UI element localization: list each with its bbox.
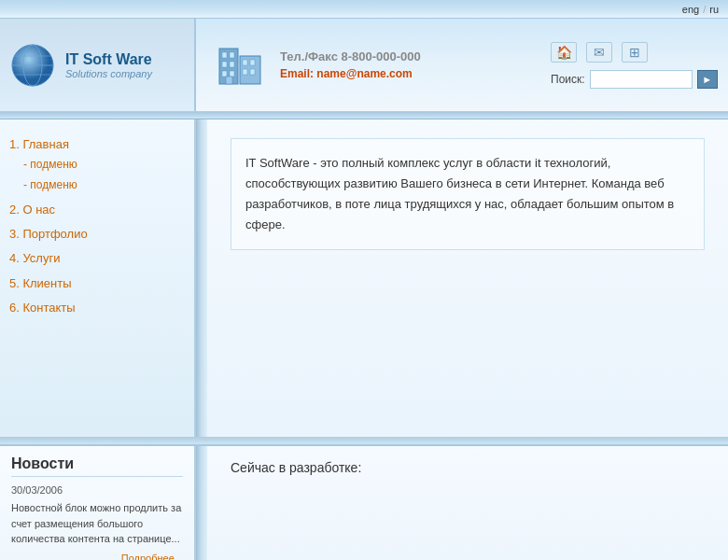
nav-menu: 1. Главная - подменю - подменю 2. О нас … [9, 133, 185, 319]
top-bar: eng / ru [0, 0, 728, 19]
nav-link-clients[interactable]: 5. Клиенты [9, 276, 72, 290]
header-icon-row: 🏠 ✉ ⊞ [551, 42, 648, 63]
email-label-text: Email: [280, 67, 314, 80]
svg-rect-17 [226, 77, 232, 84]
nav-sub-link-1[interactable]: - подменю [23, 158, 77, 171]
nav-item-portfolio: 3. Портфолио [9, 223, 185, 245]
nav-item-clients: 5. Клиенты [9, 273, 185, 294]
svg-rect-15 [243, 69, 247, 75]
lang-separator: / [703, 4, 706, 15]
bottom-area: Новости 30/03/2006 Новостной блок можно … [0, 444, 728, 560]
vertical-stripe [196, 119, 207, 437]
email-value: name@name.com [316, 67, 412, 80]
news-more-link[interactable]: Подробнее... [121, 553, 183, 561]
svg-rect-13 [243, 60, 247, 65]
nav-sub-item-1: - подменю [23, 155, 185, 175]
nav-sub-item-2: - подменю [23, 175, 185, 196]
home-icon-button[interactable]: 🏠 [551, 42, 577, 63]
search-button[interactable]: ► [697, 70, 718, 89]
nav-submenu-home: - подменю - подменю [9, 155, 185, 195]
svg-rect-9 [222, 62, 227, 67]
sidebar: 1. Главная - подменю - подменю 2. О нас … [0, 119, 196, 437]
news-date: 30/03/2006 [11, 484, 183, 496]
news-text: Новостной блок можно продлить за счет ра… [11, 500, 183, 547]
main-content-text: IT SoftWare - это полный комплекс услуг … [231, 138, 705, 250]
logo-title: IT Soft Ware [65, 50, 152, 68]
nav-link-services[interactable]: 4. Услуги [9, 251, 60, 265]
nav-link-about[interactable]: 2. О нас [9, 203, 55, 217]
header-stripe [0, 112, 728, 119]
search-input[interactable] [590, 70, 693, 89]
nav-link-contacts[interactable]: 6. Контакты [9, 301, 76, 315]
phone-number: Тел./Факс 8-800-000-000 [280, 49, 421, 63]
building-icon [215, 39, 266, 91]
nav-item-services: 4. Услуги [9, 247, 185, 269]
nav-item-about: 2. О нас [9, 199, 185, 220]
svg-rect-16 [250, 69, 255, 75]
dev-title: Сейчас в разработке: [231, 460, 705, 475]
nav-item-home: 1. Главная - подменю - подменю [9, 133, 185, 196]
header: IT Soft Ware Solutions company Тел./Факс… [0, 19, 728, 112]
header-right: 🏠 ✉ ⊞ Поиск: ► [541, 42, 728, 89]
middle-stripe [0, 437, 728, 444]
mail-icon-button[interactable]: ✉ [586, 42, 612, 63]
svg-rect-11 [222, 71, 227, 77]
language-switcher: eng / ru [682, 4, 719, 15]
lang-ru[interactable]: ru [709, 4, 719, 15]
search-row: Поиск: ► [551, 70, 718, 89]
logo-subtitle: Solutions company [65, 68, 152, 79]
nav-item-contacts: 6. Контакты [9, 297, 185, 318]
nav-link-portfolio[interactable]: 3. Портфолио [9, 227, 88, 241]
lang-eng[interactable]: eng [682, 4, 699, 15]
logo-text: IT Soft Ware Solutions company [65, 50, 152, 79]
header-center: Тел./Факс 8-800-000-000 Email: name@name… [196, 39, 541, 91]
svg-rect-10 [230, 62, 234, 67]
logo-globe-icon [9, 42, 56, 89]
main-area: 1. Главная - подменю - подменю 2. О нас … [0, 119, 728, 437]
svg-rect-7 [222, 52, 227, 58]
content-area: IT SoftWare - это полный комплекс услуг … [207, 119, 728, 437]
svg-rect-14 [250, 60, 255, 65]
grid-icon-button[interactable]: ⊞ [622, 42, 648, 63]
nav-link-home[interactable]: 1. Главная [9, 137, 69, 151]
search-label: Поиск: [551, 73, 585, 86]
email-address: Email: name@name.com [280, 67, 421, 80]
bottom-vertical-stripe [196, 446, 207, 560]
news-title: Новости [11, 455, 183, 477]
svg-rect-12 [230, 71, 234, 77]
nav-sub-link-2[interactable]: - подменю [23, 178, 77, 191]
dev-block: Сейчас в разработке: [207, 446, 728, 560]
contact-info: Тел./Факс 8-800-000-000 Email: name@name… [280, 49, 421, 80]
logo-section: IT Soft Ware Solutions company [0, 19, 196, 111]
news-block: Новости 30/03/2006 Новостной блок можно … [0, 446, 196, 560]
svg-rect-8 [230, 52, 234, 58]
